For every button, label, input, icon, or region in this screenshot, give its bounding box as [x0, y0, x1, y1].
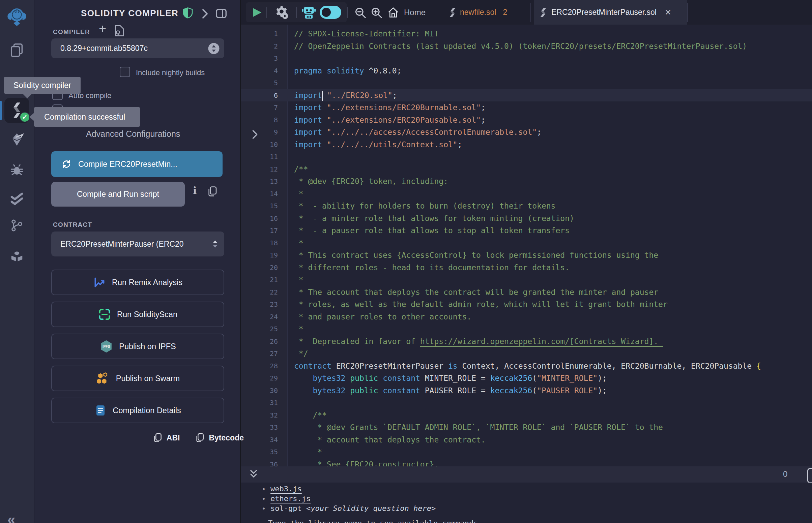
close-tab-icon[interactable]: ✕: [665, 8, 671, 17]
code-line[interactable]: 36 * See {ERC20-constructor}.: [240, 458, 812, 467]
publish-swarm-button[interactable]: Publish on Swarm: [51, 366, 224, 391]
line-number: 28: [240, 360, 278, 372]
code-line[interactable]: 15 * - ability for holders to burn (dest…: [240, 200, 812, 212]
code-line[interactable]: 2// OpenZeppelin Contracts (last updated…: [240, 40, 812, 53]
scan-icon: [98, 308, 111, 321]
code-line[interactable]: 3: [240, 52, 812, 65]
code-line[interactable]: 22 * The account that deploys the contra…: [240, 286, 812, 299]
code-line[interactable]: 29 bytes32 public constant MINTER_ROLE =…: [240, 372, 812, 384]
code-line[interactable]: 14 *: [240, 188, 812, 200]
zoom-out-icon[interactable]: [354, 6, 367, 19]
code-line[interactable]: 31: [240, 397, 812, 409]
line-number: 33: [240, 421, 278, 434]
code-line[interactable]: 21 *: [240, 274, 812, 286]
deploy-run-icon[interactable]: [0, 132, 34, 147]
chevron-right-icon[interactable]: [202, 9, 208, 19]
ai-robot-icon[interactable]: [301, 5, 316, 20]
code-line[interactable]: 30 bytes32 public constant PAUSER_ROLE =…: [240, 384, 812, 397]
shield-icon[interactable]: [182, 7, 193, 19]
code-line[interactable]: 13 * @dev {ERC20} token, including:: [240, 175, 812, 188]
compile-button[interactable]: Compile ERC20PresetMin...: [51, 151, 223, 177]
line-content: bytes32 public constant MINTER_ROLE = ke…: [278, 372, 607, 384]
run-settings-gear-icon[interactable]: [274, 5, 289, 20]
code-line[interactable]: 32 /**: [240, 409, 812, 421]
add-compiler-icon[interactable]: +: [99, 22, 106, 36]
code-line[interactable]: 10import "../../../utils/Context.sol";: [240, 139, 812, 151]
copy-abi-label[interactable]: ABI: [166, 433, 180, 443]
code-line[interactable]: 20 * different roles - head to its docum…: [240, 262, 812, 274]
code-line[interactable]: 19 * This contract uses {AccessControl} …: [240, 249, 812, 262]
code-line[interactable]: 28contract ERC20PresetMinterPauser is Co…: [240, 360, 812, 372]
run-solidityscan-label: Run SolidityScan: [117, 310, 177, 319]
publish-ipfs-button[interactable]: IPFS Publish on IPFS: [51, 333, 224, 359]
terminal-list-item[interactable]: •web3.js: [262, 484, 302, 494]
code-line[interactable]: 33 * @dev Grants `DEFAULT_ADMIN_ROLE`, `…: [240, 421, 812, 434]
main-area: Home newfile.sol 2 ERC20PresetMinterPaus…: [240, 0, 812, 523]
compiler-config-file-icon[interactable]: [114, 24, 125, 37]
code-line[interactable]: 17 * - a pauser role that allows to stop…: [240, 224, 812, 237]
terminal-list-item[interactable]: •sol-gpt <your Solidity question here>: [262, 503, 436, 513]
code-line[interactable]: 5: [240, 77, 812, 89]
code-line[interactable]: 35 *: [240, 446, 812, 458]
advanced-configurations[interactable]: Advanced Configurations: [86, 129, 258, 139]
line-content: * @dev Grants `DEFAULT_ADMIN_ROLE`, `MIN…: [278, 421, 663, 434]
compilation-details-button[interactable]: Compilation Details: [51, 398, 224, 423]
nightly-builds-checkbox[interactable]: [120, 67, 130, 77]
svg-text:IPFS: IPFS: [103, 345, 110, 348]
debugger-bug-icon[interactable]: [0, 162, 34, 177]
code-line[interactable]: 18 *: [240, 237, 812, 249]
terminal-count-badge: 0: [783, 469, 788, 479]
run-solidityscan-button[interactable]: Run SolidityScan: [51, 302, 224, 327]
tab-active-file[interactable]: ERC20PresetMinterPauser.sol ✕: [534, 0, 687, 24]
compile-and-run-button[interactable]: Compile and Run script: [51, 182, 185, 206]
line-content: *: [278, 274, 303, 286]
code-line[interactable]: 26 * _Deprecated in favor of https://wiz…: [240, 335, 812, 348]
terminal-list-item[interactable]: •ethers.js: [262, 494, 311, 503]
tab-home[interactable]: Home: [387, 0, 426, 24]
git-icon[interactable]: [0, 218, 34, 233]
zoom-in-icon[interactable]: [370, 6, 383, 19]
code-line[interactable]: 34 * account that deploys the contract.: [240, 434, 812, 446]
code-line[interactable]: 27 */: [240, 347, 812, 360]
expand-terminal-icon[interactable]: [249, 469, 258, 479]
code-editor[interactable]: 1// SPDX-License-Identifier: MIT2// Open…: [240, 24, 812, 467]
code-line[interactable]: 9import "../../../access/AccessControlEn…: [240, 126, 812, 139]
code-line[interactable]: 6import "../ERC20.sol";: [240, 89, 812, 102]
split-panel-icon[interactable]: [215, 7, 228, 20]
copy-icon[interactable]: [153, 433, 162, 443]
plugin-manager-icon[interactable]: [0, 249, 34, 264]
ai-toggle[interactable]: [320, 6, 341, 19]
run-script-button[interactable]: [251, 7, 262, 18]
collapse-sidebar-icon[interactable]: «: [7, 511, 15, 523]
remix-logo[interactable]: [0, 5, 34, 27]
copy-bytecode-label[interactable]: Bytecode: [209, 433, 244, 443]
tab-newfile[interactable]: newfile.sol 2: [449, 0, 507, 24]
line-number: 11: [240, 151, 278, 163]
run-remix-analysis-button[interactable]: Run Remix Analysis: [51, 270, 224, 295]
code-line[interactable]: 4pragma solidity ^0.8.0;: [240, 65, 812, 77]
file-explorer-icon[interactable]: [0, 42, 34, 58]
code-line[interactable]: 8import "../extensions/ERC20Pausable.sol…: [240, 114, 812, 126]
terminal-search-input[interactable]: [807, 468, 812, 483]
code-line[interactable]: 11: [240, 151, 812, 163]
copy-artifacts-row: ABI Bytecode: [34, 433, 258, 443]
editor-toolbar: Home newfile.sol 2 ERC20PresetMinterPaus…: [240, 0, 812, 24]
refresh-icon: [61, 159, 71, 169]
terminal[interactable]: •web3.js•ethers.js•sol-gpt <your Solidit…: [240, 483, 812, 523]
code-line[interactable]: 23 * roles, as well as the default admin…: [240, 298, 812, 311]
copy-icon[interactable]: [207, 186, 217, 197]
code-line[interactable]: 12/**: [240, 163, 812, 176]
static-analysis-icon[interactable]: [0, 192, 34, 207]
select-arrows-icon: [211, 239, 219, 249]
line-content: * roles, as well as the default admin ro…: [278, 298, 668, 311]
info-icon[interactable]: i: [193, 185, 197, 196]
code-line[interactable]: 24 * and pauser roles to other accounts.: [240, 311, 812, 323]
code-line[interactable]: 1// SPDX-License-Identifier: MIT: [240, 28, 812, 40]
code-line[interactable]: 25 *: [240, 323, 812, 335]
tooltip-text: Solidity compiler: [14, 81, 71, 90]
code-line[interactable]: 7import "../extensions/ERC20Burnable.sol…: [240, 102, 812, 114]
copy-icon[interactable]: [195, 433, 204, 443]
compiler-version-select[interactable]: 0.8.29+commit.ab55807c: [51, 38, 224, 58]
code-line[interactable]: 16 * - a minter role that allows for tok…: [240, 212, 812, 225]
contract-select[interactable]: ERC20PresetMinterPauser (ERC20: [51, 232, 224, 256]
